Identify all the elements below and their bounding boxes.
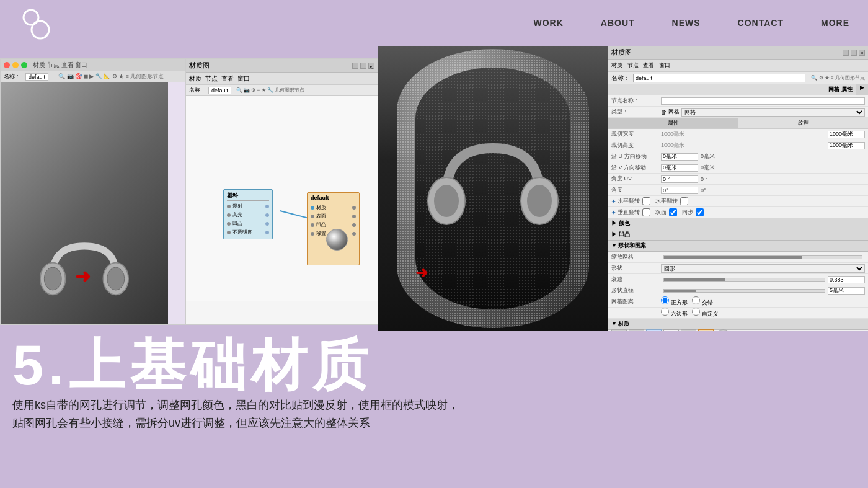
cut-width-row: 裁切宽度 1000毫米 <box>608 129 868 140</box>
node-item-opacity: 不透明度 <box>227 228 269 237</box>
shape-label: 形状 <box>611 264 661 272</box>
h-flip-checkbox[interactable] <box>642 197 650 205</box>
mesh-props-title: 网格 属性 <box>608 84 856 95</box>
v-move-input[interactable] <box>661 164 698 172</box>
toolbar-menus: 材质 节点 查看 窗口 <box>611 61 670 69</box>
decay-label: 衰减 <box>611 275 661 283</box>
screenshots-row: 材质 节点 查看 窗口 名称： default 🔍 📷 🎯 ◼ ▶ 🔧 📐 ⚙ … <box>0 46 868 331</box>
angle-uv-label: 角度 UV <box>611 175 661 183</box>
panel-left-menu: 材质 节点 查看 窗口 <box>33 61 87 69</box>
color-section[interactable]: ▶ 颜色 <box>608 218 868 229</box>
cut-height-value-gray: 1000毫米 <box>661 141 828 149</box>
mesh-grid-slider[interactable] <box>663 255 862 259</box>
panel-right-title: 材质图 × <box>608 46 868 60</box>
spot-slider[interactable] <box>663 289 825 293</box>
name-row-right: 名称： 🔍 ⚙ ★ ≡ 几何图形节点 <box>608 72 868 84</box>
mesh-props-header: 网格 属性 ▶ <box>608 84 868 95</box>
cross-radio[interactable] <box>692 296 700 304</box>
angle-uv-value: 0 ° <box>701 176 707 182</box>
material-graph-title: 材质图 × <box>186 59 378 73</box>
description-line2: 贴图网孔会有些小接缝，需拆分uv进行调整，但应该先注意大的整体关系 <box>12 414 849 432</box>
hex-options: 六边形 自定义 ··· <box>661 308 865 318</box>
header: WORK ABOUT NEWS CONTACT MORE <box>0 0 868 46</box>
type-select[interactable]: 网格 <box>681 108 865 117</box>
node-item-bump: 凹凸 <box>227 220 269 228</box>
square-radio[interactable] <box>661 296 669 304</box>
double-face-checkbox[interactable] <box>669 208 677 216</box>
nav-contact[interactable]: CONTACT <box>738 18 784 28</box>
nav-more[interactable]: MORE <box>821 18 849 28</box>
vflip-row: ✦ 垂直翻转 双面 同步 <box>608 207 868 218</box>
shape-select[interactable]: 圆形 <box>661 264 865 273</box>
tab-patch[interactable]: 纹理 <box>738 118 868 128</box>
grid-pattern-options: 正方形 交错 <box>661 296 865 307</box>
tab-attr[interactable]: 属性 <box>608 118 738 128</box>
win-min[interactable] <box>843 50 849 56</box>
custom-radio[interactable] <box>692 308 700 316</box>
node-item-material: 材质 <box>311 203 356 212</box>
minimize-button[interactable] <box>12 62 19 68</box>
red-arrow-left: ➜ <box>75 265 91 287</box>
shape-section[interactable]: ▼ 形状和图案 <box>608 241 868 252</box>
v-move-row: 沿 V 方向移动 0毫米 <box>608 162 868 174</box>
node-name-input[interactable] <box>661 97 865 105</box>
cut-height-input[interactable] <box>828 142 865 149</box>
nav-work[interactable]: WORK <box>533 18 563 28</box>
flip-row: ✦ 水平翻转 水平翻转 <box>608 196 868 207</box>
nav-news[interactable]: NEWS <box>672 18 701 28</box>
bump-section[interactable]: ▶ 凹凸 <box>608 229 868 241</box>
v-flip-checkbox[interactable] <box>642 208 650 216</box>
panel-left: 材质 节点 查看 窗口 名称： default 🔍 📷 🎯 ◼ ▶ 🔧 📐 ⚙ … <box>0 58 378 325</box>
mesh-grid-label: 缩放网格 <box>611 253 661 261</box>
hex-dots: ··· <box>723 311 728 317</box>
svg-point-8 <box>434 185 459 217</box>
panel-center: ➜ <box>378 46 608 331</box>
type-value-area: 🗑 网格 网格 <box>661 108 865 117</box>
props-expand[interactable]: ▶ <box>856 84 868 95</box>
panel-right: 材质图 × 材质 节点 查看 窗口 名称： 🔍 ⚙ ★ ≡ 几何图形节点 网格 … <box>608 46 868 331</box>
spot-fill <box>664 290 696 292</box>
win-restore[interactable] <box>851 50 857 56</box>
spot-size-row: 形状直径 <box>608 285 868 296</box>
window-controls: × <box>843 50 865 56</box>
name-label: 名称： <box>611 74 630 82</box>
decay-input[interactable] <box>828 276 865 283</box>
close-button[interactable] <box>4 62 10 68</box>
svg-point-10 <box>527 185 552 217</box>
name-input[interactable] <box>633 74 805 82</box>
angle-value: 0° <box>701 187 706 193</box>
node-item-surface: 表面 <box>311 212 356 221</box>
material-graph: 材质图 × 材质节点查看窗口 名称： default 🔍 📷 ⚙ ≡ ★ 🔧 几… <box>185 59 378 325</box>
flip-icon: ✦ <box>611 198 616 205</box>
angle-input[interactable] <box>661 187 698 194</box>
h-flip2-checkbox[interactable] <box>680 197 688 205</box>
maximize-button[interactable] <box>21 62 27 68</box>
graph-body: 塑料 漫射 高光 凹凸 不透明度 <box>186 96 378 301</box>
nav-about[interactable]: ABOUT <box>601 18 635 28</box>
panel-right-toolbar: 材质 节点 查看 窗口 <box>608 60 868 72</box>
double-face-label: 双面 <box>655 208 666 216</box>
u-move-input[interactable] <box>661 153 698 161</box>
win-close[interactable]: × <box>859 50 865 56</box>
cut-width-input[interactable] <box>828 131 865 138</box>
menubar-name-value: default <box>25 73 48 81</box>
decay-slider[interactable] <box>663 278 825 282</box>
tabs-row: 属性 纹理 <box>608 118 868 129</box>
node-plastic[interactable]: 塑料 漫射 高光 凹凸 不透明度 <box>223 189 273 239</box>
bottom-section: 5.上基础材质 使用ks自带的网孔进行调节，调整网孔颜色，黑白的对比贴到漫反射，… <box>0 331 868 488</box>
node-default[interactable]: default 材质 表面 凹凸 移置 <box>307 192 360 265</box>
grid-pattern-label: 网格图案 <box>611 298 661 306</box>
spot-input[interactable] <box>828 287 865 295</box>
material-section[interactable]: ▼ 材质 <box>608 319 868 330</box>
hex-radio[interactable] <box>661 308 669 316</box>
angle-uv-input[interactable] <box>661 175 698 183</box>
menubar-icons: 🔍 📷 🎯 ◼ ▶ 🔧 📐 ⚙ ★ ≡ 几何图形节点 <box>58 73 164 81</box>
sync-checkbox[interactable] <box>696 208 704 216</box>
preview-sphere <box>326 229 348 251</box>
angle-uv-row: 角度 UV 0 ° <box>608 174 868 185</box>
render-area-center: ➜ <box>378 46 608 331</box>
menubar-name-label: 名称： <box>4 73 20 81</box>
h-flip2-label: 水平翻转 <box>655 197 678 205</box>
description-line1: 使用ks自带的网孔进行调节，调整网孔颜色，黑白的对比贴到漫反射，使用框的模式映射… <box>12 396 849 414</box>
u-move-row: 沿 U 方向移动 0毫米 <box>608 151 868 162</box>
